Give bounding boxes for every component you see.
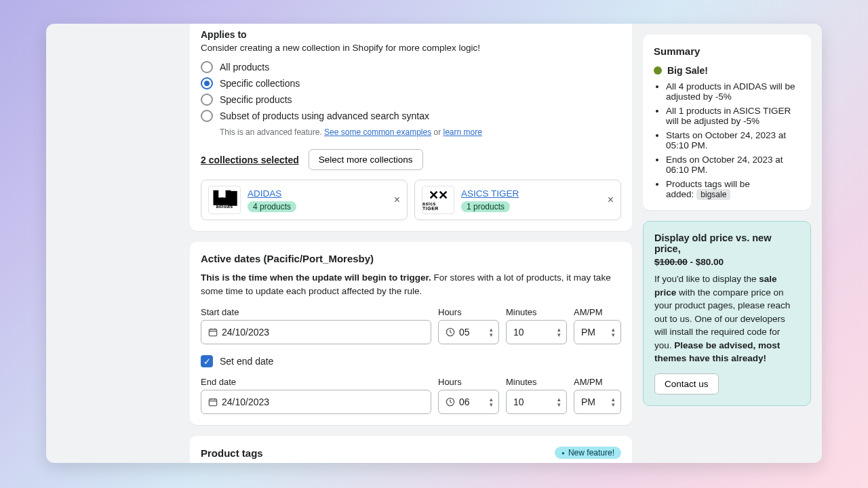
- remove-chip-icon[interactable]: ×: [608, 194, 614, 206]
- radio-all-products[interactable]: All products: [201, 61, 621, 73]
- start-ampm-select[interactable]: PM ▴▾: [574, 320, 621, 344]
- calendar-icon: [208, 327, 218, 337]
- set-end-date-label: Set end date: [220, 356, 273, 367]
- learn-more-link[interactable]: learn more: [443, 127, 482, 137]
- collection-chip-asics: ✕✕asics TIGER ASICS TIGER 1 products ×: [414, 180, 621, 220]
- summary-list: All 4 products in ADIDAS will be adjuste…: [654, 81, 800, 199]
- examples-link[interactable]: See some common examples: [324, 127, 431, 137]
- radio-specific-products[interactable]: Specific products: [201, 94, 621, 106]
- active-dates-card: Active dates (Pacific/Port_Moresby) This…: [190, 242, 632, 425]
- collections-selected-count[interactable]: 2 collections selected: [201, 155, 299, 165]
- product-tags-card: Product tags New feature! You can use th…: [190, 436, 632, 463]
- new-feature-badge: New feature!: [555, 447, 621, 459]
- product-tags-title: Product tags: [201, 447, 263, 459]
- advanced-hint: This is an advanced feature. See some co…: [220, 127, 621, 137]
- sale-name: Big Sale!: [667, 65, 708, 76]
- applies-title: Applies to: [201, 29, 621, 40]
- status-dot-icon: [654, 66, 662, 75]
- old-price: $100.00: [654, 257, 688, 267]
- collection-link[interactable]: ASICS TIGER: [461, 188, 519, 199]
- product-count-badge: 4 products: [248, 201, 296, 212]
- product-count-badge: 1 products: [461, 201, 510, 212]
- end-ampm-select[interactable]: PM ▴▾: [574, 390, 621, 414]
- end-date-input[interactable]: 24/10/2023: [201, 390, 431, 414]
- start-minutes-select[interactable]: 10 ▴▾: [506, 320, 567, 344]
- clock-icon: [446, 397, 455, 407]
- active-dates-desc: This is the time when the update will be…: [201, 271, 621, 298]
- end-date-label: End date: [201, 377, 431, 387]
- price-display-promo: Display old price vs. new price, $100.00…: [643, 221, 811, 406]
- radio-subset-advanced[interactable]: Subset of products using advanced search…: [201, 110, 621, 122]
- set-end-date-checkbox[interactable]: ✓: [201, 355, 213, 367]
- adidas-logo: ▙▟█adidas: [208, 186, 241, 214]
- applies-hint: Consider creating a new collection in Sh…: [201, 43, 621, 53]
- svg-rect-5: [209, 399, 216, 406]
- start-date-input[interactable]: 24/10/2023: [201, 320, 431, 344]
- summary-card: Summary Big Sale! All 4 products in ADID…: [643, 35, 811, 210]
- clock-icon: [446, 327, 455, 337]
- calendar-icon: [208, 397, 218, 407]
- contact-us-button[interactable]: Contact us: [654, 373, 719, 394]
- select-more-collections-button[interactable]: Select more collections: [309, 149, 423, 170]
- end-hours-select[interactable]: 06 ▴▾: [438, 390, 499, 414]
- start-date-label: Start date: [201, 307, 431, 317]
- new-price: $80.00: [696, 257, 724, 267]
- collection-chip-adidas: ▙▟█adidas ADIDAS 4 products ×: [201, 180, 408, 220]
- end-minutes-select[interactable]: 10 ▴▾: [506, 390, 567, 414]
- start-hours-select[interactable]: 05 ▴▾: [438, 320, 499, 344]
- asics-logo: ✕✕asics TIGER: [422, 186, 454, 214]
- svg-rect-0: [209, 329, 216, 336]
- tag-badge: bigsale: [696, 189, 730, 200]
- active-dates-title: Active dates (Pacific/Port_Moresby): [201, 253, 621, 264]
- collection-link[interactable]: ADIDAS: [248, 188, 296, 199]
- applies-card: Applies to Consider creating a new colle…: [190, 24, 632, 231]
- remove-chip-icon[interactable]: ×: [394, 194, 400, 206]
- summary-title: Summary: [654, 45, 800, 57]
- radio-specific-collections[interactable]: Specific collections: [201, 77, 621, 89]
